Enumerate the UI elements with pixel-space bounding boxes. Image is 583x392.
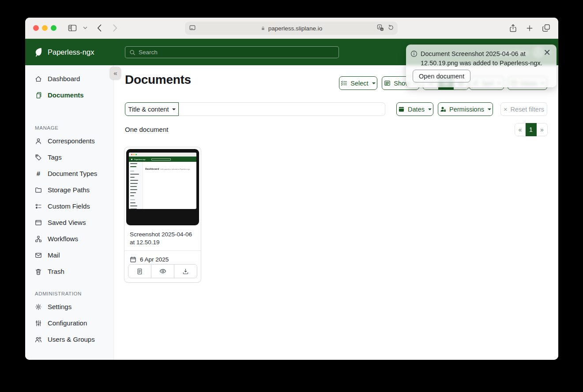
document-card: Paperless-ngx Dashboardhello paperless, … xyxy=(124,147,201,283)
address-bar[interactable]: paperless.sliplane.io Aa xyxy=(185,22,398,35)
result-count: One document xyxy=(125,126,168,133)
sidebar-item-tags[interactable]: Tags xyxy=(25,149,113,165)
sidebar: Dashboard Documents MANAGE Correspondent… xyxy=(25,65,114,360)
pagination-next-button[interactable]: » xyxy=(537,123,548,136)
documents-page: Documents Select Show xyxy=(114,65,558,360)
sidebar-item-saved-views[interactable]: Saved Views xyxy=(25,214,113,231)
caret-down-icon xyxy=(488,108,491,110)
thumbnail-mini-titlebar xyxy=(129,153,196,157)
document-date: 6 Apr 2025 xyxy=(130,256,169,263)
tag-icon xyxy=(35,154,42,161)
sidebar-item-documents[interactable]: Documents xyxy=(25,87,113,103)
home-icon xyxy=(35,75,42,82)
card-text-icon xyxy=(384,80,391,86)
caret-down-icon xyxy=(172,108,176,110)
global-search-input[interactable] xyxy=(139,49,335,56)
calendar-icon xyxy=(130,256,136,263)
toast-close-button[interactable]: ✕ xyxy=(543,47,551,58)
thumbnail-mini-sidebar xyxy=(129,162,143,209)
back-button[interactable] xyxy=(97,24,102,32)
sidebar-item-storage-paths[interactable]: Storage Paths xyxy=(25,182,113,198)
filter-field-selector[interactable]: Title & content xyxy=(125,102,179,116)
eye-icon xyxy=(159,268,166,275)
clear-x-icon: × xyxy=(504,106,507,113)
sidebar-item-mail[interactable]: Mail xyxy=(25,247,113,263)
reset-filters-button[interactable]: × Reset filters xyxy=(500,102,547,116)
open-document-button[interactable]: Open document xyxy=(413,70,470,82)
thumbnail-mini-navbar: Paperless-ngx xyxy=(129,157,196,162)
open-details-button[interactable] xyxy=(128,265,151,278)
sidebar-item-settings[interactable]: Settings xyxy=(25,299,113,315)
info-icon xyxy=(410,50,418,59)
permissions-filter-button[interactable]: Permissions xyxy=(438,102,493,116)
hash-icon: # xyxy=(35,170,42,177)
sidebar-item-custom-fields[interactable]: Custom Fields xyxy=(25,198,113,214)
caret-down-icon xyxy=(372,82,376,84)
sidebar-item-configuration[interactable]: Configuration xyxy=(25,315,113,331)
reload-icon[interactable] xyxy=(387,24,394,32)
sidebar-item-dashboard[interactable]: Dashboard xyxy=(25,71,113,87)
page-appearance-icon[interactable] xyxy=(189,24,196,33)
pagination-prev-button[interactable]: « xyxy=(515,123,526,136)
paperless-leaf-logo-icon xyxy=(33,47,43,57)
window-icon xyxy=(35,219,42,226)
radio-list-icon xyxy=(35,203,42,210)
thumbnail-mini-content: Dashboardhello paperless, welcome to Pap… xyxy=(143,162,196,209)
page-title: Documents xyxy=(125,73,191,87)
sidebar-toggle-icon[interactable] xyxy=(68,24,77,32)
list-check-icon xyxy=(341,80,347,86)
sidebar-item-users-groups[interactable]: Users & Groups xyxy=(25,331,113,347)
sidebar-section-manage: MANAGE xyxy=(35,125,113,131)
caret-down-icon xyxy=(428,108,432,110)
thumbnail-leaf-icon xyxy=(131,159,132,160)
svg-text:A: A xyxy=(378,25,380,29)
sidebar-item-workflows[interactable]: Workflows xyxy=(25,231,113,247)
sidebar-item-trash[interactable]: Trash xyxy=(25,263,113,280)
sidebar-collapse-button[interactable]: « xyxy=(110,67,121,79)
document-thumbnail[interactable]: Paperless-ngx Dashboardhello paperless, … xyxy=(126,149,199,225)
download-button[interactable] xyxy=(174,265,197,278)
sidebar-section-administration: ADMINISTRATION xyxy=(35,291,113,296)
person-icon xyxy=(35,138,42,145)
document-actions xyxy=(128,264,197,278)
filter-query-input[interactable] xyxy=(178,102,385,116)
download-icon xyxy=(182,268,189,275)
pagination: « 1 » xyxy=(515,123,548,136)
search-icon xyxy=(129,49,135,56)
toast-message: Document Screenshot 2025-04-06 at 12.50.… xyxy=(421,49,545,68)
app-brand[interactable]: Paperless-ngx xyxy=(33,39,94,65)
person-lock-icon xyxy=(440,106,446,112)
mail-icon xyxy=(35,252,42,259)
folder-icon xyxy=(35,187,42,194)
new-tab-icon[interactable] xyxy=(526,25,533,32)
app-brand-label: Paperless-ngx xyxy=(48,48,94,56)
sidebar-item-document-types[interactable]: # Document Types xyxy=(25,165,113,182)
global-search xyxy=(125,46,339,58)
forward-button[interactable] xyxy=(113,24,118,32)
translate-icon[interactable]: Aa xyxy=(377,24,384,33)
trash-icon xyxy=(35,268,42,275)
minimize-window-button[interactable] xyxy=(42,25,48,31)
document-title[interactable]: Screenshot 2025-04-06 at 12.50.19 xyxy=(124,227,201,251)
toast-notification: Document Screenshot 2025-04-06 at 12.50.… xyxy=(406,45,557,87)
url-text: paperless.sliplane.io xyxy=(268,25,322,32)
zoom-window-button[interactable] xyxy=(51,25,56,31)
workflow-boxes-icon xyxy=(35,235,42,243)
thumbnail-mini-window: Paperless-ngx Dashboardhello paperless, … xyxy=(129,153,196,209)
people-icon xyxy=(35,336,42,343)
chevron-down-icon[interactable] xyxy=(83,26,87,30)
dates-filter-button[interactable]: Dates xyxy=(396,102,433,116)
file-text-icon xyxy=(136,268,143,275)
sliders-icon xyxy=(35,320,42,327)
select-button[interactable]: Select xyxy=(339,76,377,90)
close-window-button[interactable] xyxy=(33,25,39,31)
gear-icon xyxy=(35,303,42,310)
sidebar-item-correspondents[interactable]: Correspondents xyxy=(25,133,113,149)
preview-button[interactable] xyxy=(151,265,174,278)
share-icon[interactable] xyxy=(509,24,517,33)
browser-titlebar: paperless.sliplane.io Aa xyxy=(25,18,558,39)
tab-overview-icon[interactable] xyxy=(542,24,550,32)
pagination-page-1-button[interactable]: 1 xyxy=(526,123,537,136)
browser-window: paperless.sliplane.io Aa Paperless-ngx xyxy=(25,18,558,360)
calendar-filled-icon xyxy=(398,106,405,112)
